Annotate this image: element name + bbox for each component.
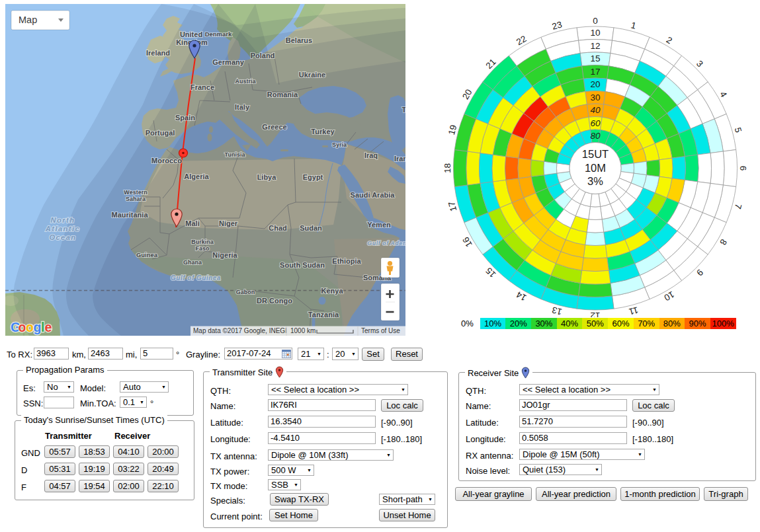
svg-text:Niger: Niger xyxy=(219,219,238,227)
svg-text:North: North xyxy=(51,216,75,224)
svg-text:Morocco: Morocco xyxy=(151,157,182,165)
svg-text:15: 15 xyxy=(590,54,600,63)
svg-text:Iraq: Iraq xyxy=(364,151,378,159)
svg-text:3%: 3% xyxy=(587,175,603,187)
svg-text:Ghana: Ghana xyxy=(183,259,202,266)
svg-text:Tunisia: Tunisia xyxy=(225,151,246,158)
svg-text:Romania: Romania xyxy=(267,91,298,98)
svg-text:Saudi Arabia: Saudi Arabia xyxy=(351,191,396,199)
svg-text:Chad: Chad xyxy=(269,224,287,232)
svg-text:30: 30 xyxy=(590,93,600,102)
svg-text:Gabon: Gabon xyxy=(236,289,255,295)
svg-text:Libya: Libya xyxy=(257,173,277,181)
svg-text:Belarus: Belarus xyxy=(286,36,312,44)
svg-text:Guinea: Guinea xyxy=(136,251,158,258)
svg-text:Ukraine: Ukraine xyxy=(299,71,325,79)
svg-text:12: 12 xyxy=(590,41,600,51)
svg-text:Gulf of Aden: Gulf of Aden xyxy=(367,240,405,247)
svg-text:Map: Map xyxy=(19,15,37,25)
svg-text:Spain: Spain xyxy=(175,114,195,122)
svg-text:Atlantic: Atlantic xyxy=(45,225,80,233)
svg-text:5: 5 xyxy=(733,126,743,133)
svg-text:Nigeria: Nigeria xyxy=(212,251,237,259)
svg-text:10M: 10M xyxy=(585,162,606,174)
svg-text:1: 1 xyxy=(630,20,637,30)
svg-text:Faso: Faso xyxy=(195,245,210,252)
svg-text:17: 17 xyxy=(590,67,600,77)
svg-text:e: e xyxy=(45,320,52,334)
svg-text:Mali: Mali xyxy=(185,219,199,227)
svg-text:France: France xyxy=(190,83,214,91)
svg-text:10: 10 xyxy=(590,28,600,38)
svg-text:80: 80 xyxy=(590,131,601,141)
svg-text:o: o xyxy=(26,320,34,334)
svg-text:Mauritania: Mauritania xyxy=(111,211,148,219)
svg-text:o: o xyxy=(19,320,26,334)
svg-text:DR Congo: DR Congo xyxy=(257,297,292,305)
svg-text:8: 8 xyxy=(718,237,729,247)
svg-text:Sahara: Sahara xyxy=(126,196,146,202)
svg-text:6: 6 xyxy=(738,166,748,171)
svg-text:19: 19 xyxy=(446,124,458,135)
svg-text:13: 13 xyxy=(551,305,563,317)
svg-text:Austria: Austria xyxy=(235,78,256,85)
svg-text:7: 7 xyxy=(733,203,743,210)
svg-text:3: 3 xyxy=(695,59,705,69)
svg-text:11: 11 xyxy=(628,305,639,317)
svg-text:United: United xyxy=(180,30,202,38)
svg-text:1000 km: 1000 km xyxy=(290,327,316,334)
svg-text:23: 23 xyxy=(551,20,563,32)
svg-text:Ocean: Ocean xyxy=(49,233,76,241)
svg-text:Yemen: Yemen xyxy=(367,221,391,229)
svg-text:Sudan: Sudan xyxy=(300,224,322,232)
svg-text:2: 2 xyxy=(665,35,674,46)
svg-text:Syria: Syria xyxy=(332,141,347,148)
svg-text:Tanzania: Tanzania xyxy=(308,311,339,319)
svg-text:Ethiopia: Ethiopia xyxy=(332,257,361,265)
svg-text:Western: Western xyxy=(124,189,147,196)
svg-text:Poland: Poland xyxy=(251,52,275,59)
svg-text:Iran: Iran xyxy=(394,155,405,163)
svg-text:Portugal: Portugal xyxy=(146,129,175,137)
svg-text:18: 18 xyxy=(443,163,452,173)
svg-text:Map data ©2017 Google, INEGI: Map data ©2017 Google, INEGI xyxy=(193,327,287,334)
svg-text:40: 40 xyxy=(590,105,601,115)
svg-text:Gulf of Guinea: Gulf of Guinea xyxy=(171,274,221,282)
svg-text:g: g xyxy=(34,320,42,334)
svg-text:17: 17 xyxy=(446,200,458,212)
svg-text:Ireland: Ireland xyxy=(146,49,170,57)
svg-text:12: 12 xyxy=(590,311,600,317)
svg-text:Kenya: Kenya xyxy=(321,287,343,295)
svg-text:20: 20 xyxy=(590,79,600,89)
svg-text:9: 9 xyxy=(695,268,705,278)
svg-text:Burkina: Burkina xyxy=(191,239,214,245)
svg-text:0: 0 xyxy=(593,16,598,26)
svg-text:Denmark: Denmark xyxy=(205,30,232,38)
svg-text:Germany: Germany xyxy=(212,58,245,66)
svg-text:South Sudan: South Sudan xyxy=(280,261,325,269)
svg-text:Turkey: Turkey xyxy=(311,128,335,135)
svg-text:15UT: 15UT xyxy=(582,148,609,160)
svg-text:Tur: Tur xyxy=(402,106,405,114)
svg-text:Greece: Greece xyxy=(262,123,286,131)
svg-text:Italy: Italy xyxy=(235,103,250,111)
svg-text:Algeria: Algeria xyxy=(184,172,209,180)
svg-text:Egypt: Egypt xyxy=(303,173,323,181)
svg-text:60: 60 xyxy=(590,118,601,128)
svg-text:Terms of Use: Terms of Use xyxy=(361,327,400,334)
svg-text:4: 4 xyxy=(718,90,729,99)
